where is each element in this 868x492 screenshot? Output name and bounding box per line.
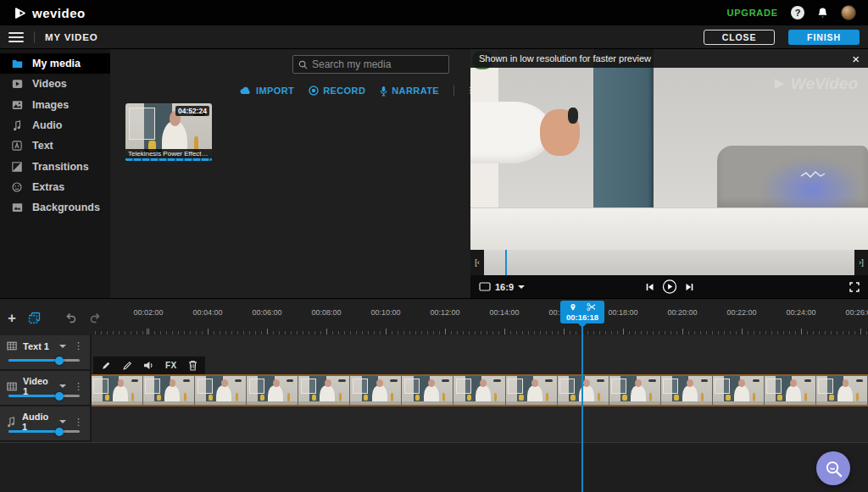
clip-title: Telekinesis Power Effect Wonde... <box>125 149 212 158</box>
wevideo-logo: wevideo <box>14 6 86 20</box>
filmstrip-frame <box>713 376 765 405</box>
play-logo-icon <box>14 7 26 19</box>
user-avatar[interactable] <box>841 5 856 20</box>
volume-thumb[interactable] <box>55 357 64 365</box>
track-headers: Text 1⋮Video 1⋮Audio 1⋮ <box>0 335 92 442</box>
filmstrip-frame <box>453 376 505 405</box>
close-button[interactable]: CLOSE <box>704 30 775 45</box>
sidebar-item-label: My media <box>32 58 81 69</box>
delete-trash-icon[interactable] <box>188 360 198 371</box>
track-name: Text 1 <box>23 341 53 351</box>
track-volume-slider[interactable] <box>8 359 80 362</box>
playhead-marker[interactable]: 00:16:18 <box>560 301 604 323</box>
project-title[interactable]: MY VIDEO <box>45 32 97 42</box>
track-volume-slider[interactable] <box>8 395 80 397</box>
banner-close-icon[interactable]: × <box>852 53 860 65</box>
filmstrip-frame <box>765 376 816 405</box>
filmstrip-frame <box>816 376 868 405</box>
narrate-label: NARRATE <box>392 86 439 96</box>
volume-thumb[interactable] <box>55 392 64 401</box>
note-icon <box>7 417 16 428</box>
sidebar-item-text[interactable]: Text <box>0 135 110 156</box>
chevron-down-icon[interactable] <box>59 345 66 351</box>
track-menu-icon[interactable]: ⋮ <box>72 417 85 428</box>
sidebar-item-extras[interactable]: Extras <box>0 177 110 197</box>
sidebar-item-label: Audio <box>32 119 62 131</box>
fx-button[interactable]: FX <box>165 361 177 370</box>
track-volume-slider[interactable] <box>8 430 80 433</box>
track-menu-icon[interactable]: ⋮ <box>72 381 85 392</box>
sidebar-item-videos[interactable]: Videos <box>0 74 110 94</box>
help-button[interactable]: ? <box>791 6 804 19</box>
video-clip[interactable] <box>92 374 868 406</box>
track-menu-icon[interactable]: ⋮ <box>72 340 85 351</box>
image-icon <box>11 100 23 110</box>
search-icon <box>298 60 308 69</box>
magnifier-icon <box>824 459 843 478</box>
import-button[interactable]: IMPORT <box>240 86 294 96</box>
divider <box>34 31 35 43</box>
filmstrip-frame <box>350 376 402 405</box>
cloud-icon <box>240 86 252 95</box>
spark-effect <box>800 169 826 181</box>
draw-pencil-icon[interactable] <box>122 361 132 371</box>
sidebar-item-my-media[interactable]: My media <box>0 53 110 74</box>
scrub-playhead[interactable] <box>505 250 507 275</box>
notifications-bell-icon[interactable] <box>817 7 828 19</box>
fullscreen-icon[interactable] <box>849 282 860 292</box>
sidebar-item-transitions[interactable]: Transitions <box>0 156 110 176</box>
ruler-label: 00:26:00 <box>845 308 868 317</box>
narrate-button[interactable]: NARRATE <box>380 86 439 97</box>
scrub-track[interactable] <box>484 250 854 275</box>
media-clip[interactable]: 04:52:24 Telekinesis Power Effect Wonde.… <box>125 103 212 161</box>
monitor-icon <box>479 282 491 291</box>
media-actions: IMPORTRECORDNARRATE <box>240 85 505 97</box>
menu-bar: MY VIDEO CLOSE FINISH <box>0 25 868 49</box>
sidebar-item-backgrounds[interactable]: Backgrounds <box>0 197 110 218</box>
aspect-ratio-selector[interactable]: 16:9 <box>479 282 525 292</box>
playhead-line[interactable] <box>581 323 583 492</box>
search-input[interactable] <box>312 58 443 70</box>
next-frame-button[interactable] <box>685 283 693 291</box>
playhead-pin-icon <box>570 303 576 312</box>
split-scissors-icon[interactable] <box>587 302 596 312</box>
audio-track-lane[interactable] <box>0 406 868 442</box>
filmstrip-icon <box>7 341 17 351</box>
track-header-text-1: Text 1⋮ <box>0 335 92 371</box>
hamburger-menu-icon[interactable] <box>8 30 24 45</box>
mic-icon <box>380 86 387 97</box>
divider <box>453 85 454 97</box>
import-label: IMPORT <box>256 86 294 96</box>
sidebar-item-images[interactable]: Images <box>0 95 110 115</box>
track-name: Audio 1 <box>22 412 53 432</box>
finish-button[interactable]: FINISH <box>788 30 860 45</box>
record-label: RECORD <box>323 86 365 96</box>
media-panel: IMPORTRECORDNARRATE 04:52:24 Telekinesis… <box>110 49 470 298</box>
chevron-down-icon[interactable] <box>59 420 66 427</box>
upgrade-link[interactable]: UPGRADE <box>726 8 778 18</box>
edit-pencil-icon[interactable] <box>101 361 111 371</box>
trim-end-handle[interactable]: ›] <box>854 250 868 275</box>
timeline-empty-area <box>0 442 868 492</box>
clip-volume-icon[interactable] <box>143 361 154 370</box>
sidebar-item-audio[interactable]: Audio <box>0 115 110 135</box>
sidebar-item-label: Images <box>32 99 69 111</box>
timeline-zoom-button[interactable] <box>816 451 850 485</box>
volume-thumb[interactable] <box>55 428 64 436</box>
filmstrip-frame <box>92 376 143 405</box>
ruler-label: 00:02:00 <box>133 308 163 317</box>
filmstrip-frame <box>402 376 453 405</box>
filmstrip-frame <box>247 376 298 405</box>
chevron-down-icon[interactable] <box>59 384 66 391</box>
smiley-icon <box>11 182 23 192</box>
filmstrip-frame <box>609 376 661 405</box>
sidebar-item-label: Videos <box>32 78 67 90</box>
ruler-label: 00:12:00 <box>430 308 459 317</box>
sidebar-item-label: Transitions <box>32 161 89 173</box>
preview-panel: WeVideo Shown in low resolution for fast… <box>470 49 868 298</box>
trim-start-handle[interactable]: [‹ <box>470 250 484 275</box>
play-button[interactable] <box>662 279 676 294</box>
previous-frame-button[interactable] <box>645 283 654 291</box>
record-button[interactable]: RECORD <box>309 86 365 96</box>
preview-scrubber: [‹ ›] <box>470 250 868 275</box>
